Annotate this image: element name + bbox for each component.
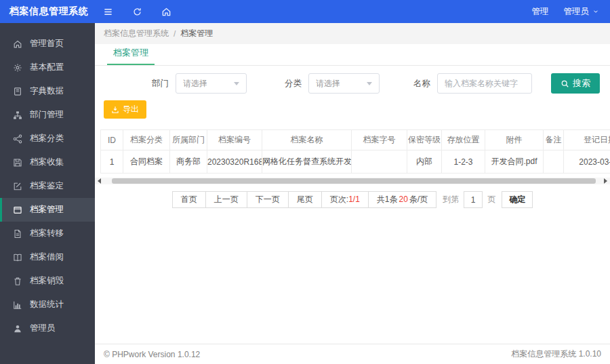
attachment-link[interactable]: 开发合同.pdf xyxy=(485,150,544,174)
footer-copyright: © PHPwork Version 1.0.12 xyxy=(104,350,200,359)
col-department: 所属部门 xyxy=(170,130,207,150)
sidebar-item-departments[interactable]: 部门管理 xyxy=(0,103,95,127)
sidebar-item-dictionary[interactable]: 字典数据 xyxy=(0,79,95,103)
chevron-down-icon xyxy=(592,8,599,15)
per-page-count: 20 xyxy=(399,195,408,204)
cell-secrecy: 内部 xyxy=(407,150,442,174)
dept-label: 部门 xyxy=(152,78,169,89)
pagination-total-info: 共1条20条/页 xyxy=(368,191,436,208)
goto-confirm-button[interactable]: 确定 xyxy=(502,191,533,208)
cell-docno xyxy=(352,150,407,174)
pagination-next-button[interactable]: 下一页 xyxy=(247,191,289,208)
sidebar-item-label: 管理员 xyxy=(30,323,56,334)
col-id: ID xyxy=(101,130,123,150)
sidebar-item-archive-collect[interactable]: 档案收集 xyxy=(0,150,95,174)
export-button-label: 导出 xyxy=(123,104,139,115)
gear-icon xyxy=(13,63,22,73)
page-label: 页次: xyxy=(330,195,348,204)
sidebar-item-label: 档案收集 xyxy=(30,157,64,168)
col-category: 档案分类 xyxy=(123,130,170,150)
category-select[interactable]: 请选择 xyxy=(308,73,380,94)
total-count: 共1条 xyxy=(377,195,398,204)
window-icon xyxy=(13,205,22,215)
filter-form: 部门 请选择 分类 请选择 名称 搜索 xyxy=(95,66,610,94)
home-icon[interactable] xyxy=(161,7,171,17)
sidebar-item-label: 档案转移 xyxy=(30,228,64,239)
sidebar-item-archive-appraise[interactable]: 档案鉴定 xyxy=(0,174,95,198)
dept-select[interactable]: 请选择 xyxy=(176,73,247,94)
menu-toggle-icon[interactable] xyxy=(103,7,113,17)
sidebar-item-archive-transfer[interactable]: 档案转移 xyxy=(0,222,95,245)
sidebar-item-label: 字典数据 xyxy=(30,85,64,97)
cell-category: 合同档案 xyxy=(123,150,170,174)
sidebar-item-archive-destroy[interactable]: 档案销毁 xyxy=(0,269,95,293)
col-attachment: 附件 xyxy=(485,130,544,150)
pagination-first-button[interactable]: 首页 xyxy=(172,191,206,208)
app-title: 档案信息管理系统 xyxy=(0,5,95,18)
pagination: 首页 上一页 下一页 尾页 页次:1/1 共1条20条/页 到第 页 确定 xyxy=(95,191,610,208)
manage-link[interactable]: 管理 xyxy=(532,6,549,18)
content-spacer xyxy=(95,208,610,344)
user-menu[interactable]: 管理员 xyxy=(564,6,600,18)
sidebar-item-admin[interactable]: 管理员 xyxy=(0,317,95,340)
sidebar-item-home[interactable]: 管理首页 xyxy=(0,32,95,56)
user-icon xyxy=(13,324,22,333)
category-select-value: 请选择 xyxy=(316,78,340,89)
sidebar-item-label: 档案分类 xyxy=(30,133,64,144)
sidebar-item-label: 基本配置 xyxy=(30,62,64,73)
sidebar-item-archive-category[interactable]: 档案分类 xyxy=(0,127,95,150)
tab-archive-manage[interactable]: 档案管理 xyxy=(107,47,155,65)
table-row: 1 合同档案 商务部 20230320R168 网格化任务督查系统开发合同 内部… xyxy=(101,150,610,174)
sidebar-item-label: 档案销毁 xyxy=(30,275,64,287)
sidebar-item-label: 部门管理 xyxy=(30,109,64,121)
bar-chart-icon xyxy=(13,300,22,310)
page-value: 1/1 xyxy=(348,195,360,204)
export-button[interactable]: 导出 xyxy=(104,100,146,119)
col-register-date: 登记日期 xyxy=(564,130,610,150)
search-button[interactable]: 搜索 xyxy=(551,73,600,94)
breadcrumb-root[interactable]: 档案信息管理系统 xyxy=(104,28,169,39)
pagination-prev-button[interactable]: 上一页 xyxy=(205,191,247,208)
dictionary-icon xyxy=(13,87,22,96)
sidebar-item-statistics[interactable]: 数据统计 xyxy=(0,293,95,317)
sidebar-item-label: 档案鉴定 xyxy=(30,180,64,192)
per-page-suffix: 条/页 xyxy=(409,195,428,204)
scroll-right-arrow-icon[interactable] xyxy=(604,178,607,184)
sidebar-item-label: 档案借阅 xyxy=(30,251,64,263)
refresh-icon[interactable] xyxy=(132,7,142,17)
tab-bar: 档案管理 xyxy=(95,44,610,66)
name-input[interactable] xyxy=(437,73,532,94)
pagination-page-info: 页次:1/1 xyxy=(321,191,369,208)
col-secrecy: 保密等级 xyxy=(407,130,442,150)
sidebar-item-label: 档案管理 xyxy=(30,204,64,216)
sidebar-item-config[interactable]: 基本配置 xyxy=(0,56,95,79)
goto-prefix: 到第 xyxy=(443,194,459,205)
open-book-icon xyxy=(13,253,22,262)
user-menu-label: 管理员 xyxy=(564,6,590,18)
download-icon xyxy=(111,106,119,114)
goto-suffix: 页 xyxy=(487,194,495,205)
search-icon xyxy=(561,79,569,88)
col-remark: 备注 xyxy=(544,130,564,150)
scroll-left-arrow-icon[interactable] xyxy=(98,178,101,184)
sidebar-item-archive-borrow[interactable]: 档案借阅 xyxy=(0,245,95,269)
caret-down-icon xyxy=(234,82,239,85)
scrollbar-thumb[interactable] xyxy=(112,178,596,184)
goto-page-input[interactable] xyxy=(464,191,483,208)
archive-table-wrap: ID 档案分类 所属部门 档案编号 档案名称 档案字号 保密等级 存放位置 附件… xyxy=(100,129,610,174)
cell-register-date: 2023-03-20 xyxy=(564,150,610,174)
name-label: 名称 xyxy=(413,78,430,89)
sidebar-item-archive-manage[interactable]: 档案管理 xyxy=(0,198,95,222)
col-docno: 档案字号 xyxy=(352,130,407,150)
file-icon xyxy=(13,229,22,239)
pagination-goto: 到第 页 确定 xyxy=(443,191,533,208)
horizontal-scrollbar[interactable] xyxy=(95,178,610,184)
search-button-label: 搜索 xyxy=(573,77,590,89)
topbar-icons xyxy=(95,7,171,17)
export-row: 导出 xyxy=(95,94,610,119)
breadcrumb-separator: / xyxy=(174,29,176,39)
pagination-last-button[interactable]: 尾页 xyxy=(288,191,322,208)
col-name: 档案名称 xyxy=(262,130,352,150)
cell-location: 1-2-3 xyxy=(442,150,485,174)
breadcrumb-current: 档案管理 xyxy=(180,28,213,39)
